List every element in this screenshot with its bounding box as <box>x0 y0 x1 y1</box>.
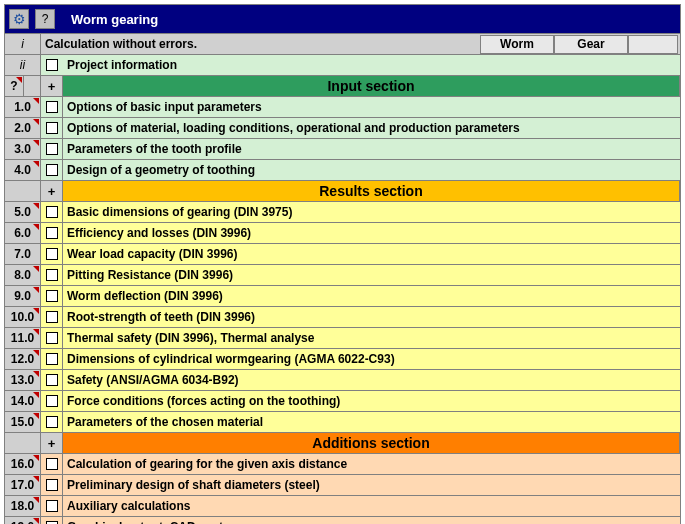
row-number: 4.0 <box>5 160 41 180</box>
additions-row[interactable]: 18.0 Auxiliary calculations <box>5 495 680 516</box>
input-row[interactable]: 3.0 Parameters of the tooth profile <box>5 138 680 159</box>
results-row[interactable]: 7.0 Wear load capacity (DIN 3996) <box>5 243 680 264</box>
results-row[interactable]: 15.0 Parameters of the chosen material <box>5 411 680 432</box>
row-checkbox[interactable] <box>46 206 58 218</box>
section-title: Input section <box>63 76 680 96</box>
row-number: 2.0 <box>5 118 41 138</box>
row-checkbox[interactable] <box>46 164 58 176</box>
row-label: Dimensions of cylindrical wormgearing (A… <box>63 349 680 369</box>
row-number: 18.0 <box>5 496 41 516</box>
checkbox-cell <box>41 139 63 159</box>
section-toggle[interactable]: + <box>41 181 63 201</box>
app-icon[interactable]: ⚙ <box>9 9 29 29</box>
checkbox-cell <box>41 202 63 222</box>
row-checkbox[interactable] <box>46 458 58 470</box>
tab-worm[interactable]: Worm <box>480 35 554 54</box>
row-number: 13.0 <box>5 370 41 390</box>
results-row[interactable]: 10.0 Root-strength of teeth (DIN 3996) <box>5 306 680 327</box>
checkbox-cell <box>41 118 63 138</box>
gear-icon: ⚙ <box>13 11 26 27</box>
row-checkbox[interactable] <box>46 143 58 155</box>
project-checkbox[interactable] <box>46 59 58 71</box>
row-number: 10.0 <box>5 307 41 327</box>
row-checkbox[interactable] <box>46 101 58 113</box>
help-button[interactable]: ? <box>35 9 55 29</box>
section-toggle[interactable]: + <box>41 76 63 96</box>
row-checkbox[interactable] <box>46 122 58 134</box>
tabs-container: Worm Gear <box>480 35 678 54</box>
row-number: 6.0 <box>5 223 41 243</box>
tab-empty[interactable] <box>628 35 678 54</box>
row-label: Basic dimensions of gearing (DIN 3975) <box>63 202 680 222</box>
row-checkbox[interactable] <box>46 227 58 239</box>
row-number: 12.0 <box>5 349 41 369</box>
row-number: 7.0 <box>5 244 41 264</box>
results-row[interactable]: 11.0 Thermal safety (DIN 3996), Thermal … <box>5 327 680 348</box>
checkbox-cell <box>41 55 63 75</box>
row-number: 1.0 <box>5 97 41 117</box>
row-number: 5.0 <box>5 202 41 222</box>
checkbox-cell <box>41 328 63 348</box>
row-number: 19.0 <box>5 517 41 524</box>
input-row[interactable]: 4.0 Design of a geometry of toothing <box>5 159 680 180</box>
row-number: 14.0 <box>5 391 41 411</box>
checkbox-cell <box>41 370 63 390</box>
input-section-header: ? + Input section <box>5 75 680 96</box>
checkbox-cell <box>41 349 63 369</box>
row-checkbox[interactable] <box>46 353 58 365</box>
checkbox-cell <box>41 160 63 180</box>
section-blank <box>5 181 41 201</box>
results-row[interactable]: 6.0 Efficiency and losses (DIN 3996) <box>5 222 680 243</box>
input-row[interactable]: 2.0 Options of material, loading conditi… <box>5 117 680 138</box>
checkbox-cell <box>41 412 63 432</box>
results-row[interactable]: 9.0 Worm deflection (DIN 3996) <box>5 285 680 306</box>
row-label: Calculation of gearing for the given axi… <box>63 454 680 474</box>
row-checkbox[interactable] <box>46 374 58 386</box>
row-label: Design of a geometry of toothing <box>63 160 680 180</box>
results-row[interactable]: 14.0 Force conditions (forces acting on … <box>5 390 680 411</box>
row-number: ii <box>5 55 41 75</box>
row-number: 8.0 <box>5 265 41 285</box>
row-checkbox[interactable] <box>46 269 58 281</box>
row-checkbox[interactable] <box>46 311 58 323</box>
checkbox-cell <box>41 496 63 516</box>
row-label: Force conditions (forces acting on the t… <box>63 391 680 411</box>
project-info-row: ii Project information <box>5 54 680 75</box>
window-title: Worm gearing <box>71 12 158 27</box>
additions-row[interactable]: 16.0 Calculation of gearing for the give… <box>5 453 680 474</box>
row-number: i <box>5 34 41 54</box>
row-checkbox[interactable] <box>46 248 58 260</box>
additions-row[interactable]: 19.0 Graphical output, CAD systems <box>5 516 680 524</box>
row-checkbox[interactable] <box>46 332 58 344</box>
row-number: 3.0 <box>5 139 41 159</box>
row-checkbox[interactable] <box>46 479 58 491</box>
row-label: Graphical output, CAD systems <box>63 517 680 524</box>
section-help[interactable]: ? <box>5 76 24 96</box>
checkbox-cell <box>41 517 63 524</box>
input-row[interactable]: 1.0 Options of basic input parameters <box>5 96 680 117</box>
results-row[interactable]: 5.0 Basic dimensions of gearing (DIN 397… <box>5 201 680 222</box>
row-number: 17.0 <box>5 475 41 495</box>
additions-row[interactable]: 17.0 Preliminary design of shaft diamete… <box>5 474 680 495</box>
row-number: 9.0 <box>5 286 41 306</box>
section-blank <box>5 433 41 453</box>
row-label: Thermal safety (DIN 3996), Thermal analy… <box>63 328 680 348</box>
row-checkbox[interactable] <box>46 500 58 512</box>
title-bar: ⚙ ? Worm gearing <box>5 5 680 33</box>
results-row[interactable]: 12.0 Dimensions of cylindrical wormgeari… <box>5 348 680 369</box>
section-title: Results section <box>63 181 680 201</box>
results-section-header: + Results section <box>5 180 680 201</box>
results-row[interactable]: 13.0 Safety (ANSI/AGMA 6034-B92) <box>5 369 680 390</box>
row-label: Safety (ANSI/AGMA 6034-B92) <box>63 370 680 390</box>
row-checkbox[interactable] <box>46 290 58 302</box>
tab-gear[interactable]: Gear <box>554 35 628 54</box>
section-toggle[interactable]: + <box>41 433 63 453</box>
section-title: Additions section <box>63 433 680 453</box>
row-number: 15.0 <box>5 412 41 432</box>
row-checkbox[interactable] <box>46 395 58 407</box>
row-label: Auxiliary calculations <box>63 496 680 516</box>
row-label: Efficiency and losses (DIN 3996) <box>63 223 680 243</box>
results-row[interactable]: 8.0 Pitting Resistance (DIN 3996) <box>5 264 680 285</box>
checkbox-cell <box>41 454 63 474</box>
row-checkbox[interactable] <box>46 416 58 428</box>
